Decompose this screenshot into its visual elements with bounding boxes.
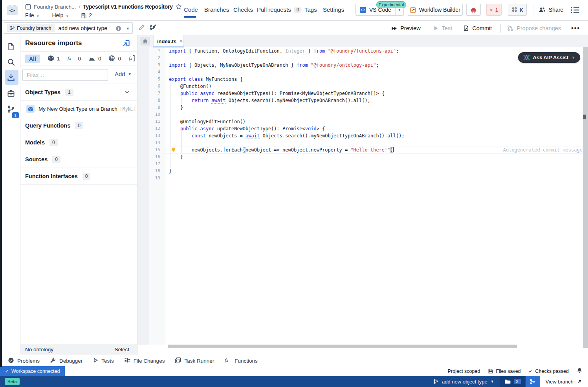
svg-text:fx: fx [129, 56, 132, 61]
code-line-15: newObjects.forEach(newObject => newObjec… [169, 146, 394, 153]
tests-icon [93, 358, 98, 364]
section-function-interfaces[interactable]: Function Interfaces0 [20, 168, 137, 185]
ask-aip-assist-button[interactable]: Ask AIP Assist ▼ [518, 52, 580, 63]
model-icon [88, 55, 95, 62]
section-count-badge: 0 [75, 122, 83, 129]
object-type-item[interactable]: My New Object Type on a Branch[MyN…] [20, 101, 137, 117]
workspace-connected-badge[interactable]: ✓Workspace connected [0, 366, 65, 376]
vertical-scrollbar[interactable] [583, 47, 588, 348]
issue-car-button[interactable] [466, 4, 481, 16]
horizontal-scrollbar[interactable] [168, 345, 517, 348]
section-sources[interactable]: Sources0 [20, 151, 137, 168]
branch-select[interactable]: Foundry branch add new object type ▼ [4, 22, 133, 34]
section-count-badge: 0 [52, 156, 60, 163]
section-object-types[interactable]: Object Types1 [20, 84, 137, 101]
status-row: ✓Workspace connected Project scoped File… [0, 366, 588, 376]
home-tab-button[interactable] [140, 37, 150, 46]
code-line-18: } [169, 168, 172, 175]
filter-chip-all[interactable]: All [25, 55, 40, 63]
check-icon: ✓ [529, 368, 533, 374]
function-icon: fx [67, 55, 75, 62]
code-editor: index.ts ✕ 1import { Function, OntologyE… [137, 35, 588, 355]
bottom-tab-tests[interactable]: Tests [93, 358, 114, 364]
vscode-dropdown-caret[interactable]: ▼ [396, 8, 403, 12]
filter-chip-cube[interactable]: 1 [48, 55, 60, 63]
project-icon [25, 4, 31, 10]
breadcrumb-separator: › [79, 4, 80, 9]
org-indicator[interactable]: 2 [81, 12, 92, 18]
file-changes-icon [124, 357, 130, 365]
bottom-tab-task-runner[interactable]: Task Runner [175, 357, 214, 365]
filter-chip-function-box[interactable]: fx0 [128, 55, 137, 63]
branches-rail-icon[interactable] [7, 105, 15, 113]
file-tab[interactable]: index.ts ✕ [153, 35, 184, 47]
test-button[interactable]: Test [433, 25, 452, 31]
tab-checks[interactable]: Checks [233, 6, 253, 13]
resource-imports-icon[interactable] [7, 73, 15, 81]
bottom-tab-debugger[interactable]: Debugger [50, 357, 82, 365]
project-scoped-label: Project scoped [448, 369, 480, 374]
add-button[interactable]: Add▼ [115, 71, 132, 77]
branch-icon [10, 26, 15, 31]
filter-chip-model[interactable]: 0 [88, 55, 101, 62]
tab-code[interactable]: Code [184, 6, 198, 13]
check-icon: ✓ [5, 368, 9, 374]
files-icon[interactable] [7, 43, 15, 51]
tab-settings[interactable]: Settings [323, 6, 344, 13]
panel-title: Resource imports [25, 39, 82, 47]
close-tab-icon[interactable]: ✕ [179, 38, 183, 44]
search-icon[interactable] [7, 58, 15, 66]
code-repository-app: <> Foundry Branch... › Typescript v1 Fun… [0, 0, 588, 387]
breadcrumb-parent[interactable]: Foundry Branch... [34, 4, 76, 10]
info-icon[interactable] [115, 26, 121, 33]
help-menu[interactable]: Help▼ [52, 12, 69, 18]
tab-tags[interactable]: Tags [304, 6, 317, 13]
workflow-builder-button[interactable]: Workflow Builder [408, 4, 463, 16]
tab-pull-requests[interactable]: Pull requests0 [257, 6, 302, 13]
code-line-11: @OntologyEditFunction() [169, 118, 245, 125]
aip-caret-icon: ▼ [572, 56, 575, 60]
top-header: <> Foundry Branch... › Typescript v1 Fun… [0, 0, 588, 21]
file-menu[interactable]: File▼ [25, 12, 39, 18]
bottom-tab-problems[interactable]: Problems [8, 357, 40, 365]
filter-chip-globe[interactable]: 0 [108, 55, 121, 63]
commit-button[interactable]: Commit [463, 25, 492, 31]
preview-button[interactable]: Preview [391, 25, 421, 31]
propose-changes-icon [507, 25, 513, 31]
chevron-down-icon[interactable] [124, 89, 130, 97]
import-resource-icon[interactable] [123, 39, 130, 48]
scrollbar-handle[interactable] [583, 115, 586, 119]
files-saved-status: Files saved [488, 369, 520, 374]
branch-select-caret[interactable]: ▼ [126, 27, 130, 31]
branch-plus-icon[interactable] [149, 24, 156, 33]
filter-input[interactable] [22, 69, 108, 81]
edit-pencil-icon[interactable] [138, 24, 145, 32]
lightbulb-icon[interactable] [170, 147, 176, 155]
code-line-8: return await Objects.search().myNewObjec… [169, 97, 370, 104]
error-count-button[interactable]: × 1 [486, 4, 502, 16]
code-repositories-app-icon[interactable]: <> [5, 4, 19, 16]
footer-merge-button[interactable] [526, 376, 540, 387]
code-area[interactable]: 1import { Function, OntologyEditFunction… [137, 47, 588, 355]
filter-chip-function[interactable]: fx0 [67, 55, 81, 62]
footer-blue-bar: Beta add new object type ▼ 3 View branch [0, 376, 588, 387]
bottom-tab-functions[interactable]: fxFunctions [224, 357, 258, 364]
command-palette-button[interactable]: ⌘ K [508, 4, 527, 16]
package-icon[interactable] [7, 89, 15, 97]
view-branch-button[interactable]: View branch [540, 376, 588, 387]
star-icon[interactable] [176, 4, 182, 10]
task-runner-icon [175, 357, 181, 365]
share-button[interactable]: Share [539, 4, 563, 16]
footer-branch-select[interactable]: add new object type ▼ [428, 376, 500, 387]
tab-branches[interactable]: Branches [204, 6, 229, 13]
notifications-bell-icon[interactable] [577, 367, 583, 375]
more-actions-button[interactable]: ••• [571, 25, 580, 32]
branch-toolbar: Foundry branch add new object type ▼ Pre… [0, 21, 588, 35]
section-models[interactable]: Models0 [20, 134, 137, 151]
ontology-select-button[interactable]: Select [114, 347, 129, 352]
propose-changes-button[interactable]: Propose changes [507, 25, 561, 31]
footer-files-button[interactable]: 3 [500, 376, 526, 387]
section-query-functions[interactable]: Query Functions0 [20, 117, 137, 134]
list-menu-icon[interactable] [570, 6, 580, 15]
bottom-tab-file-changes[interactable]: File Changes [124, 357, 165, 365]
